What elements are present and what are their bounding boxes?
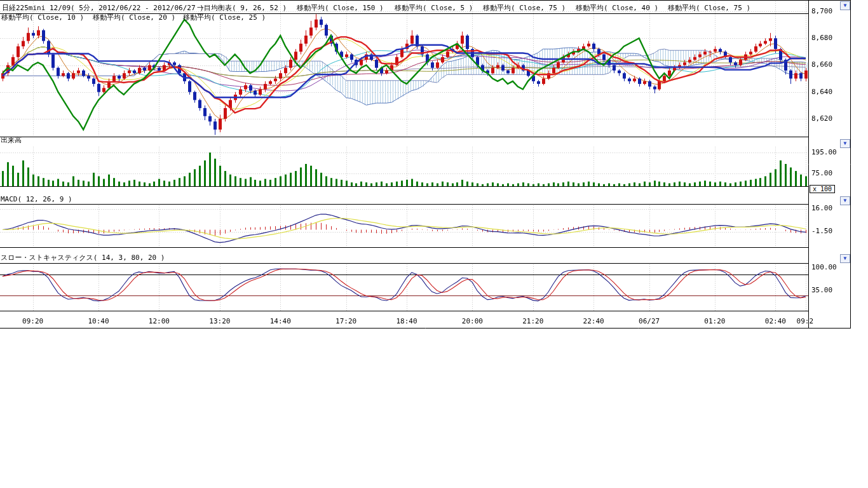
chart-title: 日経225mini 12/09( 5分, 2012/06/22 - 2012/0… — [2, 4, 204, 12]
legend-ma-75: 移動平均( Close, 75 ) — [483, 4, 566, 12]
volume-multiplier-badge: x 100 — [810, 185, 835, 193]
legend-ma-40: 移動平均( Close, 40 ) — [576, 4, 658, 12]
legend-ma-5: 移動平均( Close, 5 ) — [395, 4, 473, 12]
legend-ichimoku: 一目均衡表( 9, 26, 52 ) — [197, 4, 287, 12]
macd-pane-label: MACD( 12, 26, 9 ) — [1, 196, 72, 203]
volume-scale-dropdown-icon[interactable]: ▼ — [840, 139, 850, 148]
chart-window: 日経225mini 12/09( 5分, 2012/06/22 - 2012/0… — [0, 0, 868, 488]
stoch-scale-dropdown-icon[interactable]: ▼ — [840, 254, 850, 263]
price-scale-dropdown-icon[interactable]: ▼ — [840, 1, 850, 10]
macd-scale-dropdown-icon[interactable]: ▼ — [840, 196, 850, 205]
chart-canvas[interactable] — [0, 0, 851, 330]
legend-ma-10: 移動平均( Close, 10 ) — [1, 14, 84, 22]
legend-ma-150: 移動平均( Close, 150 ) — [297, 4, 384, 12]
legend-ma-20: 移動平均( Close, 20 ) — [93, 14, 175, 22]
stoch-pane-label: スロー・ストキャスティクス( 14, 3, 80, 20 ) — [1, 254, 165, 262]
volume-pane-label: 出来高 — [1, 137, 22, 144]
legend-ma-75-2: 移動平均( Close, 75 ) — [668, 4, 750, 12]
legend-ma-25: 移動平均( Close, 25 ) — [183, 14, 266, 22]
